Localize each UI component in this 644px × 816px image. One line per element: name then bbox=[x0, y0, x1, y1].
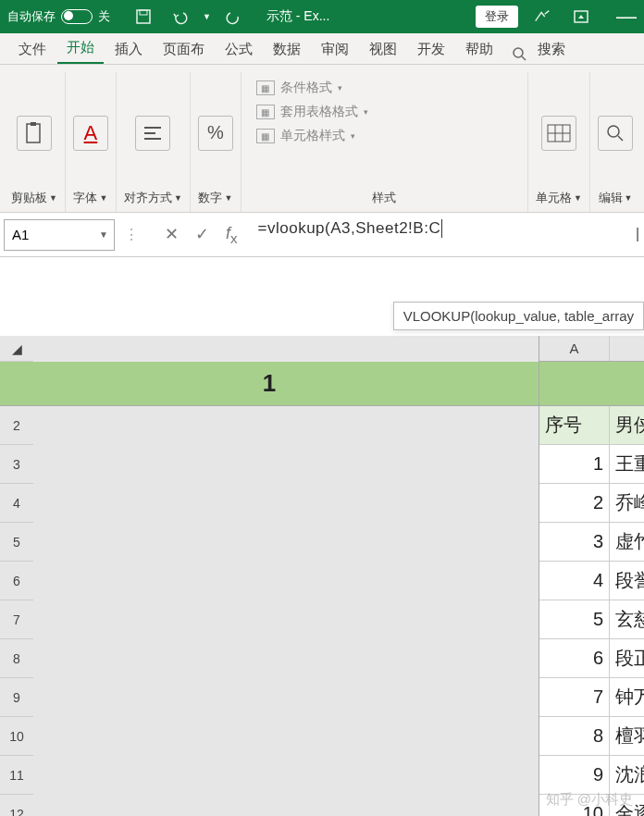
row-header[interactable]: 9 bbox=[0, 678, 33, 717]
cell[interactable]: 段正淳 bbox=[610, 639, 644, 677]
ribbon-tabs: 文件 开始 插入 页面布 公式 数据 审阅 视图 开发 帮助 搜索 bbox=[0, 33, 644, 65]
row-header[interactable]: 2 bbox=[0, 406, 33, 445]
cell-styles-button[interactable]: ▦ 单元格样式 ▾ bbox=[256, 128, 355, 144]
table-title[interactable]: 武侠情侣合集 bbox=[539, 362, 644, 406]
cell[interactable]: 6 bbox=[539, 639, 610, 677]
search-label[interactable]: 搜索 bbox=[528, 35, 575, 64]
cell[interactable]: 7 bbox=[539, 678, 610, 716]
table-format-button[interactable]: ▦ 套用表格格式 ▾ bbox=[256, 104, 368, 120]
cell[interactable]: 檀羽冲 bbox=[610, 717, 644, 755]
col-header[interactable]: B bbox=[610, 336, 644, 361]
row-header[interactable]: 12 bbox=[0, 795, 33, 816]
chevron-down-icon[interactable]: ▼ bbox=[99, 229, 108, 240]
tab-formulas[interactable]: 公式 bbox=[216, 35, 262, 64]
cell[interactable]: 王重阳 bbox=[610, 445, 644, 483]
group-clipboard: 剪贴板 ▼ bbox=[4, 72, 66, 212]
row-header[interactable]: 5 bbox=[0, 523, 33, 562]
cell[interactable]: 序号 bbox=[539, 406, 610, 444]
col-header[interactable]: A bbox=[539, 336, 610, 361]
row-header[interactable]: 6 bbox=[0, 562, 33, 600]
undo-icon[interactable] bbox=[171, 7, 190, 26]
cond-format-icon: ▦ bbox=[256, 80, 275, 95]
row-header[interactable]: 8 bbox=[0, 639, 33, 678]
editing-label: 编辑 bbox=[599, 190, 623, 206]
tab-help[interactable]: 帮助 bbox=[456, 35, 502, 64]
tab-developer[interactable]: 开发 bbox=[408, 35, 454, 64]
svg-line-15 bbox=[618, 136, 623, 141]
row-header[interactable]: 4 bbox=[0, 484, 33, 523]
table-row: 6 段正淳 刀白凤 天龙八部 bbox=[539, 639, 644, 678]
ribbon-mode-icon[interactable] bbox=[572, 7, 590, 26]
table-row: 序号 男侠 女侠 作品出处 bbox=[539, 406, 644, 445]
tab-insert[interactable]: 插入 bbox=[105, 35, 152, 64]
row-header[interactable]: 3 bbox=[0, 445, 33, 484]
cell[interactable]: 1 bbox=[539, 445, 610, 483]
toggle-switch[interactable] bbox=[61, 9, 93, 24]
group-alignment: 对齐方式 ▼ bbox=[117, 72, 191, 212]
table-row: 3 虚竹 梦姑 天龙八部 bbox=[539, 523, 644, 562]
editing-icon[interactable] bbox=[598, 116, 633, 151]
tab-file[interactable]: 文件 bbox=[9, 35, 56, 64]
table-row: 8 檀羽冲 钟灵秀 武林天骄 bbox=[539, 717, 644, 756]
cell[interactable]: 沈浪 bbox=[610, 756, 644, 794]
spreadsheet: ◢ 1 2 3 4 5 6 7 8 9 10 11 12 A B C 武侠情侣合… bbox=[0, 336, 644, 816]
cell[interactable]: 男侠 bbox=[610, 406, 644, 444]
group-styles: ▦ 条件格式 ▾ ▦ 套用表格格式 ▾ ▦ 单元格样式 ▾ 样式 bbox=[242, 72, 528, 212]
group-font: A 字体 ▼ bbox=[66, 72, 117, 212]
cell[interactable]: 2 bbox=[539, 484, 610, 522]
autosave-toggle[interactable]: 自动保存 关 bbox=[7, 8, 110, 25]
cell[interactable]: 玄慈 bbox=[610, 600, 644, 638]
font-icon[interactable]: A bbox=[73, 116, 108, 151]
tooltip-area: VLOOKUP(lookup_value, table_array bbox=[0, 257, 644, 336]
table-format-icon: ▦ bbox=[256, 105, 275, 119]
tab-data[interactable]: 数据 bbox=[264, 35, 310, 64]
mode-icon[interactable] bbox=[533, 7, 551, 26]
number-icon[interactable]: % bbox=[198, 116, 233, 151]
login-button[interactable]: 登录 bbox=[476, 6, 518, 28]
group-cells: 单元格 ▼ bbox=[528, 72, 590, 212]
watermark: 知乎 @小科史 bbox=[546, 791, 633, 809]
cell[interactable]: 段誉 bbox=[610, 562, 644, 600]
cell[interactable]: 5 bbox=[539, 600, 610, 638]
row-header[interactable]: 10 bbox=[0, 717, 33, 756]
tab-home[interactable]: 开始 bbox=[57, 33, 104, 64]
tab-view[interactable]: 视图 bbox=[360, 35, 406, 64]
row-header[interactable]: 1 bbox=[0, 362, 539, 406]
name-box[interactable]: A1 ▼ bbox=[4, 219, 115, 251]
tab-review[interactable]: 审阅 bbox=[312, 35, 358, 64]
cell[interactable]: 4 bbox=[539, 562, 610, 600]
ribbon: 剪贴板 ▼ A 字体 ▼ 对齐方式 ▼ % 数字 ▼ ▦ 条件格式 ▾ ▦ 套用… bbox=[0, 65, 644, 213]
conditional-format-button[interactable]: ▦ 条件格式 ▾ bbox=[256, 80, 342, 96]
enter-icon[interactable]: ✓ bbox=[195, 224, 209, 246]
grid[interactable]: A B C 武侠情侣合集 序号 男侠 女侠 作品出处 1 王重阳 林朝英 书剑恩… bbox=[539, 336, 644, 816]
titlebar: 自动保存 关 ▼ 示范 - Ex... 登录 — bbox=[0, 0, 644, 33]
alignment-icon[interactable] bbox=[135, 116, 170, 151]
paste-icon[interactable] bbox=[17, 116, 52, 151]
formula-tooltip: VLOOKUP(lookup_value, table_array bbox=[393, 302, 644, 330]
document-title: 示范 - Ex... bbox=[266, 8, 329, 25]
cancel-icon[interactable]: ✕ bbox=[165, 224, 179, 246]
select-all-corner[interactable]: ◢ bbox=[0, 336, 33, 362]
tab-pagelayout[interactable]: 页面布 bbox=[154, 35, 214, 64]
cell[interactable]: 钟万仇 bbox=[610, 678, 644, 716]
cell[interactable]: 乔峰 bbox=[610, 484, 644, 522]
table-row: 7 钟万仇 甘宝宝 天龙八部 bbox=[539, 678, 644, 717]
cell[interactable]: 虚竹 bbox=[610, 523, 644, 561]
cells-icon[interactable] bbox=[541, 116, 576, 151]
fx-icon[interactable]: fx bbox=[226, 224, 238, 246]
cell[interactable]: 3 bbox=[539, 523, 610, 561]
number-label: 数字 bbox=[198, 190, 222, 206]
font-label: 字体 bbox=[73, 190, 97, 206]
row-header[interactable]: 11 bbox=[0, 756, 33, 795]
svg-point-14 bbox=[608, 126, 619, 137]
group-number: % 数字 ▼ bbox=[191, 72, 242, 212]
redo-icon[interactable] bbox=[224, 7, 242, 26]
svg-rect-5 bbox=[27, 124, 40, 142]
cell[interactable]: 8 bbox=[539, 717, 610, 755]
formula-input[interactable]: =vlookup(A3,Sheet2!B:C bbox=[254, 219, 616, 251]
minimize-icon[interactable]: — bbox=[616, 5, 637, 29]
row-header[interactable]: 7 bbox=[0, 600, 33, 639]
search-icon[interactable] bbox=[512, 46, 526, 64]
cell[interactable]: 9 bbox=[539, 756, 610, 794]
save-icon[interactable] bbox=[134, 7, 153, 26]
